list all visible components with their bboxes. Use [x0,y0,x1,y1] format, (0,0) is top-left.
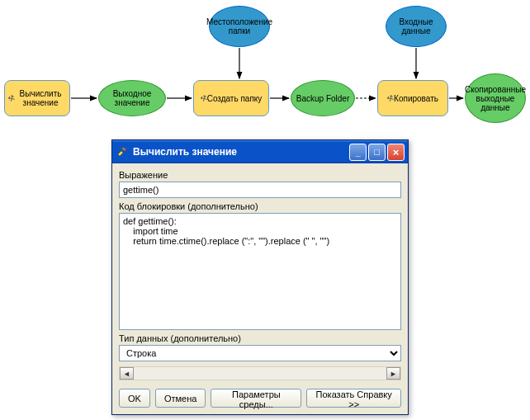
workflow-diagram: Местоположение папки Входные данные ⚒Выч… [0,0,530,149]
dialog-title: Вычислить значение [133,146,237,158]
dialog-body: Выражение Код блокировки (дополнительно)… [112,163,408,384]
node-folder-location[interactable]: Местоположение папки [209,6,270,47]
node-create-folder[interactable]: ⚒Создать папку [193,80,269,116]
environments-button[interactable]: Параметры среды... [211,389,301,408]
node-copied-output[interactable]: Скопированные выходные данные [465,73,526,123]
hammer-icon [116,145,129,158]
cancel-button[interactable]: Отмена [155,389,206,408]
node-label: Копировать [394,94,438,103]
node-backup-folder[interactable]: Backup Folder [291,80,355,116]
svg-rect-7 [121,147,126,151]
node-label: Входные данные [390,17,442,35]
node-label: Выходное значение [102,89,162,107]
button-bar: OK Отмена Параметры среды... Показать Сп… [112,384,408,414]
node-label: Вычислить значение [15,89,66,107]
node-label: Скопированные выходные данные [465,85,526,112]
close-button[interactable]: × [387,144,405,161]
node-label: Местоположение папки [206,17,272,35]
expression-label: Выражение [119,170,401,180]
node-output-value[interactable]: Выходное значение [98,80,166,116]
node-label: Создать папку [207,94,263,103]
maximize-button[interactable]: □ [368,144,386,161]
show-help-button[interactable]: Показать Справку >> [306,389,401,408]
scrollbar-track[interactable] [134,367,386,380]
scroll-left-button[interactable]: ◄ [120,367,134,380]
code-block-textarea[interactable]: def gettime(): import time return time.c… [119,213,401,330]
node-copy[interactable]: ⚒Копировать [377,80,448,116]
titlebar[interactable]: Вычислить значение _ □ × [112,140,408,163]
node-label: Backup Folder [296,94,349,103]
node-input-data[interactable]: Входные данные [386,6,447,47]
ok-button[interactable]: OK [119,389,150,408]
calculate-value-dialog: Вычислить значение _ □ × Выражение Код б… [111,139,409,415]
horizontal-scrollbar[interactable]: ◄ ► [119,366,401,380]
expression-input[interactable] [119,182,401,198]
node-calculate-value[interactable]: ⚒Вычислить значение [4,80,70,116]
data-type-label: Тип данных (дополнительно) [119,333,401,343]
scroll-right-button[interactable]: ► [386,367,400,380]
code-block-label: Код блокировки (дополнительно) [119,201,401,211]
minimize-button[interactable]: _ [349,144,367,161]
data-type-select[interactable]: Строка [119,345,401,361]
